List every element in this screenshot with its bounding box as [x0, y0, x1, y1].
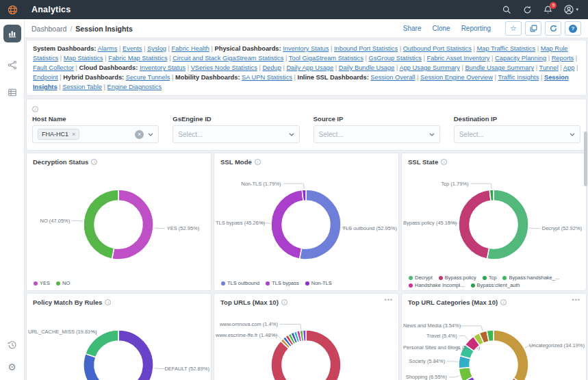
dashboard-link[interactable]: Events — [123, 45, 142, 52]
notifications-bell-icon[interactable]: 9 — [544, 5, 552, 14]
chevron-down-icon[interactable] — [289, 133, 294, 136]
dashboard-link[interactable]: Alarms — [98, 45, 118, 52]
scrollbar-thumb[interactable] — [584, 131, 587, 186]
chevron-down-icon[interactable] — [148, 133, 153, 136]
refresh-button[interactable] — [545, 21, 561, 36]
dashboard-link[interactable]: App — [563, 64, 575, 71]
field-label: Destination IP — [454, 115, 580, 123]
dashboard-link[interactable]: Circuit and Stack GigaStream Statistics — [172, 55, 283, 62]
legend-label: Bypass:handshake_... — [509, 275, 559, 281]
dashboard-link[interactable]: VSeries Node Statistics — [191, 64, 257, 71]
donut-slice[interactable] — [459, 190, 491, 259]
dashboard-link[interactable]: Fabric Map Statistics — [108, 55, 167, 62]
sidebar-item-inventory[interactable] — [8, 88, 17, 97]
dashboard-link[interactable]: Fault Collector — [33, 64, 74, 71]
legend-item[interactable]: Handshake Incompl... — [409, 282, 465, 288]
sidebar-item-dashboards[interactable] — [3, 25, 21, 42]
dashboard-link[interactable]: Reports — [552, 55, 574, 62]
sidebar-item-settings[interactable]: ⚙ — [8, 362, 16, 372]
sync-icon[interactable] — [523, 5, 532, 14]
app-logo[interactable] — [0, 0, 25, 19]
legend-item[interactable]: YES — [34, 280, 50, 286]
donut-slice[interactable] — [303, 330, 306, 341]
donut-slice[interactable] — [271, 190, 303, 259]
donut-slice[interactable] — [459, 367, 472, 380]
sidebar-item-topology[interactable] — [8, 60, 17, 70]
legend-item[interactable]: Bypass:handshake_... — [502, 275, 559, 281]
gsengine-id-select[interactable]: Select... — [172, 125, 299, 143]
clear-all-icon[interactable]: × — [135, 130, 144, 139]
info-icon[interactable]: i — [281, 299, 287, 305]
dashboard-link[interactable]: Session Table — [62, 84, 102, 90]
dashboard-link[interactable]: Endpoint — [33, 74, 58, 81]
dashboard-link[interactable]: Fabric Asset Inventory — [427, 55, 490, 62]
legend-item[interactable]: Decrypt — [409, 275, 433, 281]
separator: | — [168, 55, 173, 62]
info-icon[interactable]: i — [441, 159, 447, 165]
sidebar-item-history[interactable] — [8, 340, 17, 350]
search-icon[interactable] — [502, 5, 511, 14]
legend-item[interactable]: NO — [56, 280, 70, 286]
dashboard-link[interactable]: Daily App Usage — [286, 64, 333, 71]
dashboard-link[interactable]: Inventory Status — [140, 64, 186, 71]
info-icon[interactable]: i — [255, 159, 261, 165]
dashboard-link[interactable]: Traffic Insights — [498, 74, 539, 81]
placeholder: Select... — [178, 131, 203, 138]
reporting-link[interactable]: Reporting — [461, 25, 491, 32]
clone-link[interactable]: Clone — [433, 25, 450, 32]
legend-item[interactable]: TLS outbound — [221, 280, 259, 286]
label-line — [459, 335, 469, 340]
dashboard-link[interactable]: Outbound Port Statistics — [403, 45, 472, 52]
dashboard-link[interactable]: Map Traffic Statistics — [477, 45, 536, 52]
dashboard-link[interactable]: Inbound Port Statistics — [334, 45, 398, 52]
dashboard-link[interactable]: Session Overall — [370, 74, 415, 81]
legend-item[interactable]: Bypass:policy — [439, 275, 476, 281]
legend-item[interactable]: Bypass:client_auth — [471, 282, 520, 288]
dashboard-link[interactable]: Tunnel — [539, 64, 559, 71]
remove-tag-icon[interactable]: × — [72, 131, 75, 138]
help-button[interactable]: ? — [565, 21, 581, 36]
legend-item[interactable]: Non-TLS — [305, 280, 332, 286]
dashboard-link[interactable]: GsGroup Statistics — [368, 55, 422, 62]
destination-ip-select[interactable]: Select... — [454, 125, 580, 143]
legend-label: Bypass:policy — [445, 275, 476, 281]
donut-slice[interactable] — [494, 330, 528, 380]
donut-slice[interactable] — [302, 190, 306, 201]
info-icon[interactable]: i — [500, 299, 507, 305]
chart-menu-icon[interactable]: ••• — [572, 296, 580, 303]
dashboard-link[interactable]: Session Engine Overview — [420, 74, 493, 81]
chart-menu-icon[interactable]: ••• — [385, 296, 393, 303]
share-link[interactable]: Share — [403, 25, 422, 32]
breadcrumb-dashboard[interactable]: Dashboard — [31, 25, 66, 33]
favorite-button[interactable]: ☆ — [505, 21, 522, 36]
donut-slice[interactable] — [489, 190, 494, 201]
legend-item[interactable]: Tcp — [483, 275, 497, 281]
info-icon[interactable]: i — [32, 106, 38, 112]
dashboard-link[interactable]: Dedup — [262, 64, 281, 71]
dashboard-link[interactable]: Secure Tunnels — [126, 74, 170, 81]
donut-slice[interactable] — [84, 190, 118, 259]
dashboard-link[interactable]: Map Statistics — [64, 55, 103, 62]
dashboard-link[interactable]: Syslog — [147, 45, 166, 52]
account-menu[interactable]: ▾ — [564, 5, 578, 14]
dashboard-link[interactable]: Capacity Planning — [495, 55, 546, 62]
host-name-select[interactable]: FHA-HC1 × × — [32, 125, 159, 143]
dashboard-link[interactable]: SA UPN Statistics — [242, 74, 292, 81]
legend-item[interactable]: TLS bypass — [266, 280, 299, 286]
chevron-down-icon[interactable] — [429, 133, 435, 136]
chart-title: SSL State — [408, 158, 438, 166]
source-ip-select[interactable]: Select... — [314, 125, 440, 143]
dashboard-link[interactable]: Tool GigaStream Statistics — [289, 55, 363, 62]
chevron-down-icon[interactable] — [570, 133, 575, 136]
info-icon[interactable]: i — [91, 159, 97, 165]
dashboard-link[interactable]: App Usage Summary — [399, 64, 459, 71]
dashboard-link[interactable]: Engine Diagnostics — [107, 84, 162, 90]
dashboard-link[interactable]: Daily Bundle Usage — [339, 64, 395, 71]
clone-panels-button[interactable] — [525, 21, 541, 36]
donut-slice[interactable] — [84, 354, 114, 380]
dashboard-link[interactable]: Fabric Health — [172, 45, 209, 52]
info-icon[interactable]: i — [105, 299, 111, 305]
dashboard-link[interactable]: Inventory Status — [283, 45, 329, 52]
dashboard-link[interactable]: Bundle Usage Summary — [465, 64, 534, 71]
legend-dot — [305, 281, 309, 286]
